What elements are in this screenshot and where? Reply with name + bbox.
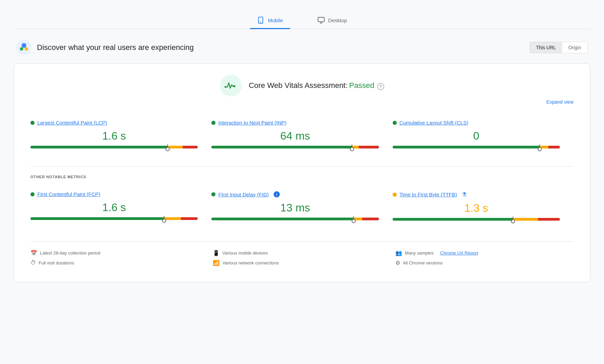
origin-button[interactable]: Origin	[562, 42, 587, 53]
fid-value: 13 ms	[211, 202, 379, 214]
metric-fid: First Input Delay (FID) i 13 ms	[211, 186, 392, 230]
inp-dot	[211, 121, 215, 125]
cls-bar-red	[548, 146, 560, 148]
ttfb-value: 1.3 s	[393, 202, 560, 214]
fid-bar	[211, 218, 379, 220]
tab-desktop-label: Desktop	[328, 17, 347, 23]
tab-bar: Mobile Desktop	[14, 7, 590, 29]
this-url-button[interactable]: This URL	[530, 42, 562, 53]
fcp-bar-red	[181, 217, 198, 220]
other-metrics-grid: First Contentful Paint (FCP) 1.6 s First…	[30, 186, 574, 230]
lcp-bar-green	[30, 146, 168, 148]
section-divider	[30, 166, 574, 167]
inp-label-row: Interaction to Next Paint (INP)	[211, 120, 379, 126]
footer-samples-text: Many samples	[405, 250, 434, 256]
expand-view-link[interactable]: Expand view	[30, 99, 574, 105]
inp-bar-red	[359, 146, 379, 148]
lcp-link[interactable]: Largest Contentful Paint (LCP)	[37, 120, 107, 126]
fcp-bar-orange	[164, 217, 181, 220]
footer-info: 📅 Latest 28-day collection period ⏱ Full…	[30, 241, 574, 270]
svg-point-5	[22, 43, 26, 48]
svg-rect-2	[318, 17, 324, 22]
metric-lcp: Largest Contentful Paint (LCP) 1.6 s	[30, 114, 211, 158]
footer-mobile-text: Various mobile devices	[222, 250, 268, 256]
main-card: Core Web Vitals Assessment: Passed ? Exp…	[14, 63, 590, 282]
inp-value: 64 ms	[211, 130, 379, 142]
ttfb-bar	[393, 218, 560, 221]
footer-col2: 📱 Various mobile devices 📶 Various netwo…	[213, 250, 391, 270]
calendar-icon: 📅	[30, 250, 37, 256]
people-icon: 👥	[395, 250, 402, 256]
cls-link[interactable]: Cumulative Layout Shift (CLS)	[399, 120, 469, 126]
cls-bar-green	[393, 146, 540, 148]
metric-ttfb: Time to First Byte (TTFB) ⚗ 1.3 s	[393, 186, 574, 230]
fid-dot	[211, 192, 215, 196]
footer-mobile-devices: 📱 Various mobile devices	[213, 250, 391, 256]
network-icon: 📶	[213, 260, 220, 266]
lcp-value: 1.6 s	[30, 130, 198, 142]
fid-link[interactable]: First Input Delay (FID)	[218, 192, 269, 197]
chrome-icon: ⚙	[395, 260, 400, 266]
fid-bar-red	[362, 218, 379, 220]
footer-collection-period: 📅 Latest 28-day collection period	[30, 250, 209, 256]
cwv-help-icon[interactable]: ?	[377, 83, 384, 90]
inp-link[interactable]: Interaction to Next Paint (INP)	[218, 120, 286, 126]
footer-network-text: Various network connections	[222, 260, 279, 265]
lcp-bar	[30, 146, 198, 148]
fid-info-icon[interactable]: i	[274, 191, 280, 197]
tab-mobile[interactable]: Mobile	[250, 12, 290, 29]
fcp-bar-green	[30, 217, 164, 220]
ttfb-dot	[393, 193, 397, 197]
inp-indicator	[352, 144, 352, 150]
ttfb-link[interactable]: Time to First Byte (TTFB)	[399, 192, 457, 197]
footer-samples: 👥 Many samples Chrome UX Report	[395, 250, 574, 256]
fid-indicator	[353, 216, 354, 222]
chrome-ux-report-link[interactable]: Chrome UX Report	[440, 250, 478, 256]
cls-indicator	[539, 144, 540, 150]
desktop-icon	[317, 16, 325, 24]
ttfb-indicator	[513, 217, 513, 222]
svg-point-8	[233, 85, 235, 87]
fcp-link[interactable]: First Contentful Paint (FCP)	[37, 191, 100, 197]
cwv-title-text: Core Web Vitals Assessment:	[249, 81, 347, 90]
footer-collection-text: Latest 28-day collection period	[40, 250, 100, 256]
inp-bar-green	[211, 146, 352, 148]
url-origin-toggle: This URL Origin	[529, 42, 588, 53]
cwv-header: Core Web Vitals Assessment: Passed ?	[30, 75, 574, 96]
metric-inp: Interaction to Next Paint (INP) 64 ms	[211, 114, 392, 158]
lcp-indicator	[167, 144, 168, 150]
metric-fcp: First Contentful Paint (FCP) 1.6 s	[30, 186, 211, 230]
fid-label-row: First Input Delay (FID) i	[211, 191, 379, 197]
ttfb-bar-green	[393, 218, 513, 221]
fcp-label-row: First Contentful Paint (FCP)	[30, 191, 198, 197]
cls-label-row: Cumulative Layout Shift (CLS)	[393, 120, 560, 126]
footer-chrome-versions: ⚙ All Chrome versions	[395, 260, 574, 266]
core-metrics-grid: Largest Contentful Paint (LCP) 1.6 s Int…	[30, 114, 574, 158]
svg-point-9	[225, 86, 226, 88]
footer-network: 📶 Various network connections	[213, 260, 391, 266]
ttfb-bar-orange	[513, 218, 538, 221]
cwv-icon	[220, 75, 242, 96]
footer-chrome-text: All Chrome versions	[403, 260, 443, 265]
lcp-label-row: Largest Contentful Paint (LCP)	[30, 120, 198, 126]
footer-visit-durations: ⏱ Full visit durations	[30, 260, 209, 266]
lcp-dot	[30, 121, 35, 125]
lcp-bar-orange	[168, 146, 183, 148]
lcp-bar-red	[183, 146, 198, 148]
timer-icon: ⏱	[30, 260, 36, 266]
footer-visit-text: Full visit durations	[39, 260, 74, 265]
cls-value: 0	[393, 130, 560, 142]
cls-bar	[393, 146, 560, 148]
svg-point-7	[25, 47, 28, 51]
tab-mobile-label: Mobile	[268, 17, 283, 23]
ttfb-label-row: Time to First Byte (TTFB) ⚗	[393, 191, 560, 198]
ttfb-beaker-icon: ⚗	[462, 191, 467, 198]
logo-icon	[16, 40, 31, 55]
svg-point-6	[20, 47, 23, 51]
tab-desktop[interactable]: Desktop	[311, 12, 354, 29]
fcp-dot	[30, 192, 35, 196]
header-section: Discover what your real users are experi…	[14, 40, 590, 55]
phone-icon: 📱	[213, 250, 220, 256]
ttfb-bar-red	[538, 218, 560, 221]
fid-bar-green	[211, 218, 354, 220]
